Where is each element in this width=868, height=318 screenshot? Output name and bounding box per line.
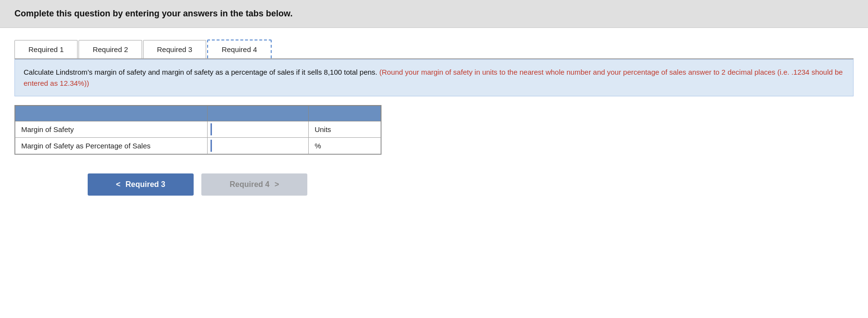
- header-bar: Complete this question by entering your …: [0, 0, 868, 28]
- instruction-box: Calculate Lindstrom’s margin of safety a…: [14, 59, 854, 96]
- row1-answer-input[interactable]: [210, 123, 305, 135]
- prev-button-label: Required 3: [126, 180, 166, 188]
- row1-label: Margin of Safety: [15, 121, 208, 137]
- data-table: Margin of Safety Units Margin of Safety …: [15, 106, 381, 154]
- table-row: Margin of Safety as Percentage of Sales …: [15, 137, 381, 154]
- tab-required4[interactable]: Required 4: [207, 40, 271, 58]
- tab-required2[interactable]: Required 2: [79, 40, 142, 58]
- tabs-row: Required 1 Required 2 Required 3 Require…: [14, 40, 854, 59]
- tab-required3[interactable]: Required 3: [143, 40, 206, 58]
- table-row: Margin of Safety Units: [15, 121, 381, 137]
- row1-input-cell: [208, 121, 309, 137]
- row1-unit: Units: [309, 121, 381, 137]
- prev-arrow-icon: <: [116, 180, 120, 188]
- next-arrow-icon: >: [275, 180, 279, 188]
- nav-buttons: < Required 3 Required 4 >: [14, 173, 381, 196]
- page-wrapper: Complete this question by entering your …: [0, 0, 868, 318]
- th-input: [208, 106, 309, 121]
- th-label: [15, 106, 208, 121]
- row2-label: Margin of Safety as Percentage of Sales: [15, 137, 208, 154]
- th-unit: [309, 106, 381, 121]
- instruction-black: Calculate Lindstrom’s margin of safety a…: [24, 68, 377, 76]
- next-button-label: Required 4: [230, 180, 270, 188]
- row2-input-cell: [208, 137, 309, 154]
- row2-answer-input[interactable]: [210, 140, 305, 152]
- main-content: Required 1 Required 2 Required 3 Require…: [0, 28, 868, 210]
- tab-required1[interactable]: Required 1: [14, 40, 78, 58]
- table-wrapper: Margin of Safety Units Margin of Safety …: [14, 105, 381, 155]
- row2-unit: %: [309, 137, 381, 154]
- header-text: Complete this question by entering your …: [14, 9, 292, 18]
- prev-button[interactable]: < Required 3: [88, 173, 194, 196]
- next-button[interactable]: Required 4 >: [201, 173, 307, 196]
